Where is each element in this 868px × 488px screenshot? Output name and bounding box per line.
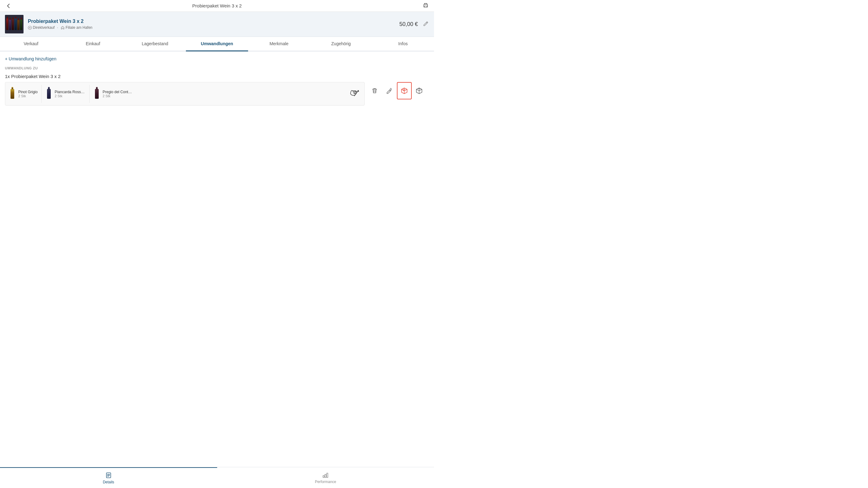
add-conversion-button[interactable]: + Umwandlung hinzufügen	[5, 56, 429, 61]
tab-einkauf[interactable]: Einkauf	[62, 37, 124, 51]
cursor-area	[343, 87, 364, 101]
tab-verkauf[interactable]: Verkauf	[0, 37, 62, 51]
meta-direktverkauf: Direktverkauf	[28, 25, 55, 30]
product-qty-1: 2 Stk	[18, 94, 38, 98]
delete-button[interactable]	[367, 82, 382, 99]
svg-point-2	[427, 5, 428, 6]
products-container: Pinot Grigio 2 Stk Piancarda Rosso Con..…	[5, 82, 365, 106]
tab-lagerbestand[interactable]: Lagerbestand	[124, 37, 186, 51]
bottle-icon-2	[45, 88, 52, 100]
product-meta: Direktverkauf · Filiale am Hafen	[28, 25, 399, 30]
product-edit-button[interactable]	[423, 21, 429, 28]
product-header: Probierpaket Wein 3 x 2 Direktverkauf · …	[0, 12, 434, 37]
meta-separator: ·	[57, 25, 58, 30]
product-image	[5, 15, 24, 33]
meta-filiale: Filiale am Hafen	[61, 25, 92, 30]
conversion-row: Pinot Grigio 2 Stk Piancarda Rosso Con..…	[5, 82, 429, 106]
back-button[interactable]	[5, 2, 12, 9]
edit-conversion-button[interactable]	[382, 82, 397, 99]
product-name-2: Piancarda Rosso Con...	[55, 90, 86, 94]
product-card-1: Pinot Grigio 2 Stk	[5, 85, 42, 103]
products-list: Pinot Grigio 2 Stk Piancarda Rosso Con..…	[5, 85, 343, 103]
hand-cursor-icon	[347, 86, 361, 102]
print-button[interactable]	[422, 2, 429, 9]
bottle-icon-3	[93, 88, 100, 100]
product-qty-3: 2 Stk	[103, 94, 134, 98]
product-name: Probierpaket Wein 3 x 2	[28, 19, 399, 24]
product-card-3: Pregio del Conte Ros... 2 Stk	[90, 85, 137, 103]
product-qty-2: 2 Stk	[55, 94, 86, 98]
product-card-2: Piancarda Rosso Con... 2 Stk	[42, 85, 90, 103]
pack-button[interactable]	[397, 82, 412, 99]
section-label: UMWANDLUNG ZU	[5, 66, 429, 70]
tab-zugehoerig[interactable]: Zugehörig	[310, 37, 372, 51]
svg-rect-1	[425, 6, 427, 7]
main-content: + Umwandlung hinzufügen UMWANDLUNG ZU 1x…	[0, 51, 434, 223]
action-buttons	[365, 82, 429, 106]
product-price: 50,00 €	[399, 21, 418, 28]
tab-umwandlungen[interactable]: Umwandlungen	[186, 37, 248, 51]
tab-merkmale[interactable]: Merkmale	[248, 37, 310, 51]
page-title: Probierpaket Wein 3 x 2	[192, 3, 242, 8]
unpack-button[interactable]	[412, 82, 427, 99]
product-name-3: Pregio del Conte Ros...	[103, 90, 134, 94]
tab-infos[interactable]: Infos	[372, 37, 434, 51]
bottle-icon-1	[9, 88, 16, 100]
product-info: Probierpaket Wein 3 x 2 Direktverkauf · …	[28, 19, 399, 30]
main-tabs: Verkauf Einkauf Lagerbestand Umwandlunge…	[0, 37, 434, 51]
product-name-1: Pinot Grigio	[18, 90, 38, 94]
top-bar: Probierpaket Wein 3 x 2	[0, 0, 434, 12]
conversion-title: 1x Probierpaket Wein 3 x 2	[5, 74, 429, 79]
